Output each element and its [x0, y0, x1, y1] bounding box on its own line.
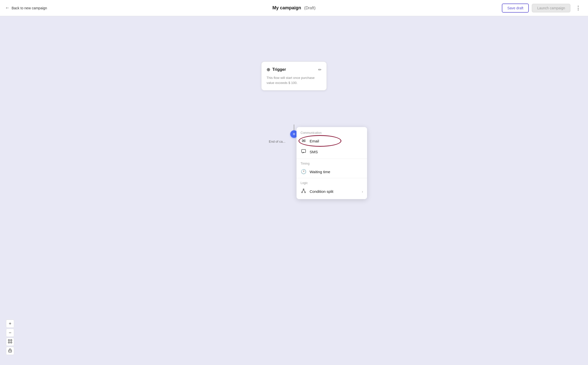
waiting-time-label: Waiting time: [310, 170, 363, 174]
campaign-title: My campaign: [272, 5, 301, 11]
target-icon: ⊕: [267, 67, 270, 72]
end-campaign-label: End of ca...: [269, 140, 285, 143]
svg-rect-8: [8, 342, 10, 343]
trigger-title: Trigger: [272, 67, 286, 72]
waiting-time-menu-item[interactable]: 🕐 Waiting time: [297, 166, 367, 177]
divider-1: [297, 159, 367, 159]
svg-point-11: [10, 351, 10, 351]
campaign-canvas: ⊕ Trigger ✏ This flow will start once pu…: [0, 16, 588, 365]
svg-point-1: [303, 189, 304, 190]
launch-campaign-button[interactable]: Launch campaign: [532, 4, 570, 12]
sms-icon: [301, 149, 307, 155]
svg-line-5: [304, 190, 305, 192]
condition-split-label: Condition split: [310, 189, 359, 194]
timing-section-label: Timing: [297, 160, 367, 166]
trigger-title-row: ⊕ Trigger: [267, 67, 286, 72]
svg-rect-7: [11, 340, 12, 341]
fit-view-icon: [8, 339, 12, 344]
more-options-button[interactable]: ⋮: [573, 4, 583, 12]
lock-button[interactable]: [6, 347, 14, 355]
svg-point-3: [305, 192, 306, 193]
header: ← Back to new campaign My campaign (Draf…: [0, 0, 588, 16]
email-label: Email: [310, 139, 363, 143]
zoom-out-button[interactable]: −: [6, 329, 14, 337]
trigger-card: ⊕ Trigger ✏ This flow will start once pu…: [261, 62, 327, 90]
back-arrow-icon: ←: [5, 5, 10, 11]
sms-label: SMS: [310, 150, 363, 154]
header-center: My campaign (Draft): [272, 5, 315, 11]
communication-section-label: Communication: [297, 129, 367, 136]
svg-line-4: [302, 190, 304, 192]
svg-rect-9: [11, 342, 12, 343]
condition-split-arrow: ›: [362, 190, 363, 194]
edit-trigger-icon[interactable]: ✏: [318, 67, 321, 72]
zoom-in-icon: +: [9, 321, 12, 326]
logic-section-label: Logic: [297, 179, 367, 186]
divider-2: [297, 178, 367, 178]
email-menu-item[interactable]: ✉ Email: [297, 136, 367, 146]
split-icon: [301, 188, 307, 195]
svg-rect-0: [302, 149, 306, 153]
zoom-out-icon: −: [9, 330, 12, 336]
back-button[interactable]: ← Back to new campaign: [5, 5, 47, 11]
save-draft-button[interactable]: Save draft: [502, 4, 529, 13]
back-label: Back to new campaign: [12, 6, 47, 10]
trigger-card-header: ⊕ Trigger ✏: [267, 67, 321, 72]
draft-badge: (Draft): [304, 6, 315, 10]
plus-icon: +: [292, 131, 296, 137]
add-step-dropdown: Communication ✉ Email SMS Timing 🕐 Waiti…: [297, 127, 367, 199]
svg-point-2: [302, 192, 303, 193]
email-icon: ✉: [301, 138, 307, 144]
svg-rect-6: [8, 340, 10, 341]
header-right: Save draft Launch campaign ⋮: [502, 4, 583, 13]
condition-split-menu-item[interactable]: Condition split ›: [297, 186, 367, 197]
sms-menu-item[interactable]: SMS: [297, 146, 367, 158]
lock-icon: [8, 348, 12, 353]
clock-icon: 🕐: [301, 169, 307, 174]
fit-view-button[interactable]: [6, 338, 14, 346]
zoom-in-button[interactable]: +: [6, 320, 14, 328]
trigger-description: This flow will start once purchase value…: [267, 75, 321, 85]
zoom-controls: + −: [6, 320, 14, 355]
